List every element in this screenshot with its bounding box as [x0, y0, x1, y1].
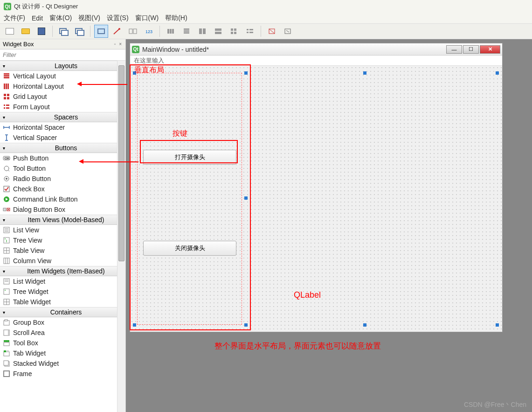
menu-settings[interactable]: 设置(S) — [107, 14, 129, 22]
toolbar-layout-v-icon[interactable] — [180, 25, 193, 38]
category-layouts[interactable]: ▾Layouts — [0, 61, 125, 71]
form-window[interactable]: Qt MainWindow - untitled* — ☐ ✕ 在这里输入 — [130, 43, 503, 332]
toolbar-edit-widgets-icon[interactable] — [94, 25, 108, 38]
svg-rect-33 — [7, 94, 9, 96]
widget-scroll-area[interactable]: Scroll Area — [0, 328, 125, 338]
design-canvas[interactable]: Qt MainWindow - untitled* — ☐ ✕ 在这里输入 — [126, 39, 532, 412]
widget-box-scrollbar[interactable] — [117, 61, 125, 412]
menu-file[interactable]: 文件(F) — [4, 14, 25, 22]
toolbar-break-layout-icon[interactable] — [265, 25, 279, 38]
widget-list-widget[interactable]: List Widget — [0, 276, 125, 286]
maximize-icon[interactable]: ☐ — [463, 45, 479, 54]
category-itemviews[interactable]: ▾Item Views (Model-Based) — [0, 215, 125, 225]
widget-table-widget[interactable]: Table Widget — [0, 297, 125, 307]
toolbar-layout-hsplit-icon[interactable] — [195, 25, 209, 38]
widget-stacked-widget[interactable]: Stacked Widget — [0, 358, 125, 369]
widget-tab-widget[interactable]: Tab Widget — [0, 348, 125, 358]
menu-form[interactable]: 窗体(O) — [49, 14, 72, 22]
menubar: 文件(F) Edit 窗体(O) 视图(V) 设置(S) 窗口(W) 帮助(H) — [0, 13, 532, 23]
toolbar-edit-buddies-icon[interactable] — [126, 25, 140, 38]
svg-rect-11 — [199, 28, 202, 34]
menu-window[interactable]: 窗口(W) — [135, 14, 159, 22]
toolbar-bring-front-icon[interactable] — [72, 25, 86, 38]
svg-rect-37 — [6, 105, 9, 106]
widget-column-view[interactable]: Column View — [0, 256, 125, 266]
svg-rect-80 — [4, 352, 9, 356]
qt-logo-icon: Qt — [132, 46, 139, 53]
svg-rect-18 — [234, 32, 236, 34]
watermark: CSDN @Free丶Chen — [464, 401, 526, 409]
toolbar-send-back-icon[interactable] — [56, 25, 70, 38]
widget-horizontal-spacer[interactable]: Horizontal Spacer — [0, 122, 125, 133]
svg-rect-2 — [129, 29, 132, 34]
svg-rect-21 — [247, 32, 249, 33]
svg-rect-77 — [8, 330, 9, 335]
toolbar-edit-taborder-icon[interactable]: 123 — [142, 25, 156, 38]
widget-tree-view[interactable]: Tree View — [0, 235, 125, 245]
svg-rect-31 — [7, 84, 9, 89]
svg-rect-82 — [7, 350, 9, 352]
widget-box-controls[interactable]: ▫ × — [114, 42, 123, 47]
widget-check-box[interactable]: Check Box — [0, 184, 125, 194]
app-title: Qt 设计师 - Qt Designer — [14, 2, 78, 11]
category-containers[interactable]: ▾Containers — [0, 307, 125, 317]
svg-rect-9 — [184, 30, 189, 32]
widget-tool-box[interactable]: Tool Box — [0, 338, 125, 348]
svg-rect-8 — [184, 28, 189, 30]
close-icon[interactable]: ✕ — [480, 45, 500, 54]
menu-view[interactable]: 视图(V) — [78, 14, 100, 22]
open-camera-button[interactable]: 打开摄像头 — [143, 150, 236, 165]
widget-vertical-layout[interactable]: Vertical Layout — [0, 71, 125, 81]
svg-line-0 — [114, 29, 119, 34]
category-itemwidgets[interactable]: ▾Item Widgets (Item-Based) — [0, 266, 125, 276]
svg-rect-38 — [4, 107, 5, 109]
svg-point-70 — [5, 290, 6, 291]
form-window-titlebar: Qt MainWindow - untitled* — ☐ ✕ — [130, 43, 502, 56]
widget-list-view[interactable]: List View — [0, 225, 125, 235]
minimize-icon[interactable]: — — [446, 45, 462, 54]
svg-rect-5 — [167, 29, 169, 34]
svg-rect-6 — [170, 29, 172, 34]
category-spacers[interactable]: ▾Spacers — [0, 112, 125, 122]
qt-logo-icon: Qt — [4, 3, 11, 10]
form-body[interactable]: 打开摄像头 关闭摄像头 — [130, 66, 502, 332]
menu-edit[interactable]: Edit — [32, 14, 43, 22]
widget-horizontal-layout[interactable]: Horizontal Layout — [0, 81, 125, 91]
svg-rect-36 — [4, 105, 5, 106]
widget-radio-button[interactable]: Radio Button — [0, 174, 125, 184]
toolbar-edit-signals-icon[interactable] — [110, 25, 124, 38]
widget-grid-layout[interactable]: Grid Layout — [0, 91, 125, 102]
widget-box-panel: Widget Box ▫ × ▾Layouts Vertical Layout … — [0, 39, 126, 412]
vertical-layout-container[interactable] — [137, 73, 242, 325]
form-menu-placeholder[interactable]: 在这里输入 — [130, 56, 502, 66]
toolbar-layout-h-icon[interactable] — [164, 25, 178, 38]
toolbar-layout-grid-icon[interactable] — [227, 25, 241, 38]
toolbar-layout-vsplit-icon[interactable] — [211, 25, 225, 38]
widget-table-view[interactable]: Table View — [0, 245, 125, 256]
widget-form-layout[interactable]: Form Layout — [0, 102, 125, 112]
svg-rect-48 — [3, 208, 6, 211]
widget-command-link-button[interactable]: Command Link Button — [0, 194, 125, 204]
svg-point-59 — [6, 241, 7, 242]
widget-tool-button[interactable]: Tool Button — [0, 163, 125, 174]
toolbar-open-icon[interactable] — [19, 25, 33, 38]
toolbar-adjust-size-icon[interactable] — [281, 25, 295, 38]
menu-help[interactable]: 帮助(H) — [165, 14, 187, 22]
close-camera-button[interactable]: 关闭摄像头 — [143, 241, 236, 256]
widget-dialog-button-box[interactable]: Dialog Button Box — [0, 204, 125, 215]
widget-group-box[interactable]: Group Box — [0, 317, 125, 328]
svg-rect-30 — [6, 84, 7, 89]
widget-vertical-spacer[interactable]: Vertical Spacer — [0, 133, 125, 143]
widget-frame[interactable]: Frame — [0, 369, 125, 379]
svg-rect-63 — [4, 258, 9, 264]
toolbar-save-icon[interactable] — [35, 25, 48, 38]
toolbar-new-icon[interactable] — [3, 25, 17, 38]
svg-rect-81 — [4, 350, 6, 352]
svg-text:OK: OK — [5, 157, 9, 160]
svg-rect-15 — [231, 28, 233, 31]
category-buttons[interactable]: ▾Buttons — [0, 143, 125, 153]
widget-tree-widget[interactable]: Tree Widget — [0, 286, 125, 297]
svg-rect-69 — [4, 289, 9, 294]
toolbar-layout-form-icon[interactable] — [243, 25, 257, 38]
filter-input[interactable] — [0, 49, 125, 61]
